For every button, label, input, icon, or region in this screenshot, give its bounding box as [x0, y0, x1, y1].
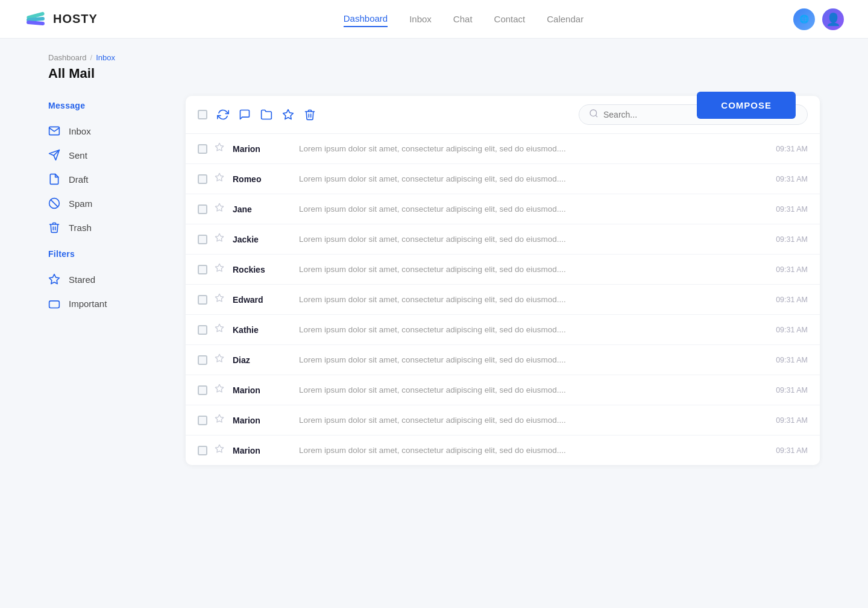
row-star-icon[interactable]	[215, 293, 224, 306]
svg-rect-2	[27, 20, 45, 25]
svg-marker-12	[215, 143, 223, 151]
row-star-icon[interactable]	[215, 142, 224, 155]
mail-time: 09:31 AM	[766, 265, 808, 274]
chat-icon[interactable]	[239, 109, 251, 121]
svg-marker-9	[283, 110, 294, 119]
header-right: 🌐 👤	[793, 8, 844, 30]
nav-item-chat[interactable]: Chat	[453, 11, 473, 27]
mail-row[interactable]: Marion Lorem ipsum dolor sit amet, conse…	[186, 134, 820, 164]
message-section-title: Message	[48, 101, 169, 110]
mail-row[interactable]: Jackie Lorem ipsum dolor sit amet, conse…	[186, 224, 820, 255]
row-star-icon[interactable]	[215, 173, 224, 185]
mail-time: 09:31 AM	[766, 175, 808, 183]
nav-item-contact[interactable]: Contact	[494, 11, 526, 27]
row-checkbox[interactable]	[198, 355, 207, 365]
row-checkbox[interactable]	[198, 446, 207, 455]
breadcrumb-separator: /	[90, 53, 93, 62]
mail-sender: Jane	[233, 204, 287, 214]
mail-list: Marion Lorem ipsum dolor sit amet, conse…	[186, 134, 820, 465]
mail-row[interactable]: Kathie Lorem ipsum dolor sit amet, conse…	[186, 315, 820, 345]
mail-sender: Marion	[233, 416, 287, 425]
star-icon	[48, 273, 60, 285]
sidebar-item-stared[interactable]: Stared	[48, 267, 169, 291]
sidebar-item-draft[interactable]: Draft	[48, 167, 169, 191]
important-icon	[48, 297, 60, 309]
svg-marker-17	[215, 294, 223, 302]
mail-row[interactable]: Jane Lorem ipsum dolor sit amet, consect…	[186, 194, 820, 224]
mail-sender: Marion	[233, 385, 287, 395]
row-star-icon[interactable]	[215, 384, 224, 396]
mail-sender: Marion	[233, 446, 287, 455]
mail-sender: Diaz	[233, 355, 287, 365]
star-toolbar-icon[interactable]	[282, 109, 294, 121]
mail-row[interactable]: Marion Lorem ipsum dolor sit amet, conse…	[186, 435, 820, 465]
mail-panel: Marion Lorem ipsum dolor sit amet, conse…	[186, 96, 820, 465]
svg-marker-19	[215, 354, 223, 362]
row-checkbox[interactable]	[198, 144, 207, 154]
compose-button[interactable]: COMPOSE	[697, 92, 796, 119]
mail-row[interactable]: Edward Lorem ipsum dolor sit amet, conse…	[186, 285, 820, 315]
svg-marker-18	[215, 324, 223, 332]
mail-preview: Lorem ipsum dolor sit amet, consectetur …	[287, 446, 766, 455]
mail-time: 09:31 AM	[766, 326, 808, 334]
nav-item-dashboard[interactable]: Dashboard	[344, 11, 388, 27]
mail-row[interactable]: Diaz Lorem ipsum dolor sit amet, consect…	[186, 345, 820, 375]
row-star-icon[interactable]	[215, 203, 224, 215]
breadcrumb-parent[interactable]: Dashboard	[48, 53, 87, 62]
sidebar-item-trash[interactable]: Trash	[48, 215, 169, 239]
row-star-icon[interactable]	[215, 353, 224, 366]
svg-rect-8	[49, 301, 60, 308]
select-all-checkbox[interactable]	[198, 110, 207, 119]
refresh-icon[interactable]	[217, 109, 229, 121]
inbox-icon	[48, 125, 60, 137]
mail-sender: Marion	[233, 144, 287, 154]
svg-marker-7	[49, 274, 60, 284]
svg-marker-14	[215, 203, 223, 211]
svg-marker-22	[215, 445, 223, 452]
mail-preview: Lorem ipsum dolor sit amet, consectetur …	[287, 144, 766, 153]
sidebar-item-spam[interactable]: Spam	[48, 191, 169, 215]
row-checkbox[interactable]	[198, 325, 207, 335]
row-checkbox[interactable]	[198, 235, 207, 244]
draft-icon	[48, 173, 60, 185]
folder-icon[interactable]	[260, 109, 272, 121]
nav-item-inbox[interactable]: Inbox	[409, 11, 432, 27]
main-nav: DashboardInboxChatContactCalendar	[134, 11, 793, 27]
row-star-icon[interactable]	[215, 323, 224, 336]
sidebar-label-important: Important	[69, 299, 107, 309]
row-star-icon[interactable]	[215, 263, 224, 276]
sidebar-label-draft: Draft	[69, 174, 89, 185]
nav-item-calendar[interactable]: Calendar	[547, 11, 583, 27]
row-checkbox[interactable]	[198, 385, 207, 395]
mail-row[interactable]: Romeo Lorem ipsum dolor sit amet, consec…	[186, 164, 820, 194]
mail-preview: Lorem ipsum dolor sit amet, consectetur …	[287, 385, 766, 394]
svg-marker-16	[215, 264, 223, 271]
row-star-icon[interactable]	[215, 444, 224, 457]
mail-row[interactable]: Marion Lorem ipsum dolor sit amet, conse…	[186, 405, 820, 435]
user-avatar[interactable]: 👤	[822, 8, 844, 30]
sidebar: Message Inbox Sent	[48, 96, 169, 315]
mail-time: 09:31 AM	[766, 386, 808, 394]
row-checkbox[interactable]	[198, 174, 207, 184]
sidebar-item-inbox[interactable]: Inbox	[48, 119, 169, 143]
mail-preview: Lorem ipsum dolor sit amet, consectetur …	[287, 235, 766, 244]
row-checkbox[interactable]	[198, 295, 207, 305]
globe-avatar[interactable]: 🌐	[793, 8, 815, 30]
spam-icon	[48, 197, 60, 209]
sidebar-label-trash: Trash	[69, 223, 92, 233]
sidebar-item-important[interactable]: Important	[48, 291, 169, 315]
row-checkbox[interactable]	[198, 265, 207, 274]
row-checkbox[interactable]	[198, 416, 207, 425]
sidebar-item-sent[interactable]: Sent	[48, 143, 169, 167]
mail-row[interactable]: Marion Lorem ipsum dolor sit amet, conse…	[186, 375, 820, 405]
delete-toolbar-icon[interactable]	[304, 109, 316, 121]
mail-row[interactable]: Rockies Lorem ipsum dolor sit amet, cons…	[186, 255, 820, 285]
row-star-icon[interactable]	[215, 414, 224, 426]
sidebar-label-stared: Stared	[69, 274, 95, 285]
mail-sender: Kathie	[233, 325, 287, 335]
svg-point-10	[590, 110, 597, 116]
row-checkbox[interactable]	[198, 204, 207, 214]
row-star-icon[interactable]	[215, 233, 224, 245]
search-icon	[589, 109, 599, 121]
mail-preview: Lorem ipsum dolor sit amet, consectetur …	[287, 265, 766, 274]
